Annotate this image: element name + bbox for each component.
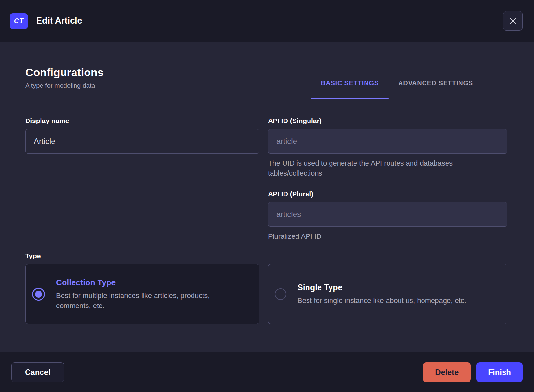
api-id-plural-input[interactable]	[268, 202, 507, 227]
page-title: Configurations	[25, 65, 104, 79]
tab-advanced-settings[interactable]: ADVANCED SETTINGS	[389, 79, 483, 99]
content-type-badge: CT	[10, 13, 28, 29]
api-id-singular-input[interactable]	[268, 129, 507, 154]
api-id-singular-hint: The UID is used to generate the API rout…	[268, 158, 507, 178]
cancel-button[interactable]: Cancel	[11, 362, 64, 382]
collection-type-title: Collection Type	[56, 278, 243, 287]
display-name-field: Display name	[25, 117, 259, 154]
type-label: Type	[25, 252, 507, 260]
configurations-intro: Configurations A type for modeling data	[25, 65, 104, 99]
modal-header: CT Edit Article	[0, 0, 534, 42]
display-name-input[interactable]	[25, 129, 259, 154]
tab-basic-settings[interactable]: BASIC SETTINGS	[311, 79, 389, 99]
api-id-plural-label: API ID (Plural)	[268, 190, 507, 198]
configurations-header: Configurations A type for modeling data …	[25, 65, 507, 99]
display-name-label: Display name	[25, 117, 259, 125]
modal-title: Edit Article	[36, 16, 82, 26]
single-type-description: Best for single instance like about us, …	[297, 295, 466, 306]
close-icon	[509, 17, 517, 25]
type-options: Collection Type Best for multiple instan…	[25, 264, 507, 324]
api-id-column: API ID (Singular) The UID is used to gen…	[268, 117, 507, 241]
modal-body: Configurations A type for modeling data …	[0, 42, 534, 352]
collection-type-radio[interactable]	[32, 288, 45, 301]
collection-type-text: Collection Type Best for multiple instan…	[56, 278, 243, 311]
finish-button[interactable]: Finish	[476, 362, 523, 382]
close-button[interactable]	[503, 11, 523, 31]
api-id-plural-field: API ID (Plural) Pluralized API ID	[268, 190, 507, 241]
api-id-singular-label: API ID (Singular)	[268, 117, 507, 125]
footer-actions: Delete Finish	[423, 362, 523, 382]
api-id-plural-hint: Pluralized API ID	[268, 231, 507, 241]
collection-type-card[interactable]: Collection Type Best for multiple instan…	[25, 264, 259, 324]
single-type-radio[interactable]	[275, 288, 286, 300]
settings-tabs: BASIC SETTINGS ADVANCED SETTINGS	[311, 65, 483, 99]
collection-type-description: Best for multiple instances like article…	[56, 291, 243, 311]
type-section: Type Collection Type Best for multiple i…	[25, 252, 507, 324]
edit-content-type-modal: CT Edit Article Configurations A type fo…	[0, 0, 534, 392]
page-subtitle: A type for modeling data	[25, 81, 104, 90]
configurations-form: Display name API ID (Singular) The UID i…	[25, 117, 507, 241]
delete-button[interactable]: Delete	[423, 362, 471, 382]
single-type-title: Single Type	[297, 282, 466, 292]
single-type-card[interactable]: Single Type Best for single instance lik…	[268, 264, 507, 324]
single-type-text: Single Type Best for single instance lik…	[297, 282, 466, 306]
modal-footer: Cancel Delete Finish	[0, 352, 534, 392]
api-id-singular-field: API ID (Singular) The UID is used to gen…	[268, 117, 507, 178]
